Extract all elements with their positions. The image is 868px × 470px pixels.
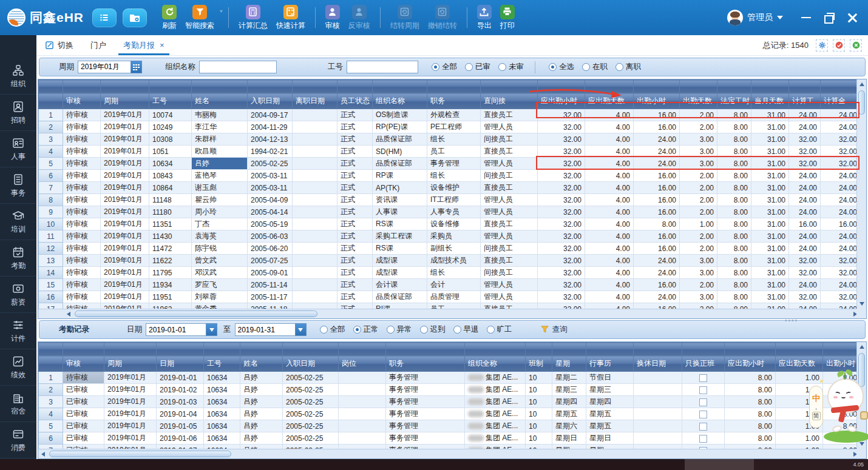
table-cell[interactable]: 3.00 bbox=[680, 158, 717, 170]
table-cell[interactable]: 32.00 bbox=[538, 158, 585, 170]
table-cell[interactable]: 4.00 bbox=[585, 218, 634, 230]
table-cell[interactable]: 4.00 bbox=[585, 170, 634, 182]
table-cell[interactable]: 2019年01月 bbox=[101, 303, 149, 309]
table-cell[interactable]: 2.00 bbox=[680, 230, 717, 243]
table-cell[interactable]: 12 bbox=[39, 243, 63, 255]
table-cell[interactable] bbox=[293, 206, 337, 218]
radio-正常[interactable]: 正常 bbox=[353, 324, 379, 335]
table-cell[interactable]: 已审核 bbox=[63, 396, 104, 408]
table-cell[interactable]: 7 bbox=[39, 445, 63, 449]
table-cell[interactable]: 16.00 bbox=[634, 194, 680, 206]
calendar-picker-button[interactable] bbox=[131, 61, 142, 73]
table-cell[interactable]: 2005-11-18 bbox=[248, 303, 293, 309]
table-cell[interactable]: 正式 bbox=[337, 255, 373, 267]
table-cell[interactable]: 品质保证部 bbox=[373, 158, 427, 170]
table-cell[interactable]: 正式 bbox=[337, 194, 373, 206]
table-cell[interactable]: 8.00 bbox=[717, 267, 751, 279]
table-cell[interactable]: 组长 bbox=[427, 170, 481, 182]
table-cell[interactable]: 32.00 bbox=[821, 158, 861, 170]
table-cell[interactable]: 24.00 bbox=[634, 133, 680, 146]
table-cell[interactable] bbox=[634, 408, 682, 420]
table-cell[interactable]: 4.00 bbox=[585, 279, 634, 291]
table-cell[interactable]: 10308 bbox=[149, 133, 192, 146]
table-cell[interactable]: 2019年01月 bbox=[104, 420, 157, 432]
table-cell[interactable]: 星期六 bbox=[552, 420, 586, 432]
radio-离职[interactable]: 离职 bbox=[615, 62, 641, 72]
sidebar-item-performance[interactable]: 绩效 bbox=[0, 349, 36, 386]
table-cell[interactable]: 员工 bbox=[427, 146, 481, 158]
table-cell[interactable]: 24.00 bbox=[821, 243, 861, 255]
sidebar-item-piecework[interactable]: 计件 bbox=[0, 313, 36, 349]
table-cell[interactable] bbox=[293, 170, 337, 182]
column-header[interactable]: 行事历 bbox=[586, 356, 634, 372]
table-row[interactable]: 2已审核2019年01月2019-01-0210634吕婷2005-02-25事… bbox=[39, 384, 861, 396]
table-cell[interactable]: 4.00 bbox=[585, 133, 634, 146]
table-cell[interactable]: 2019年01月 bbox=[104, 445, 157, 449]
sidebar-item-org[interactable]: 组织 bbox=[0, 58, 36, 95]
table-cell[interactable]: 2019年01月 bbox=[101, 170, 149, 182]
period-input[interactable] bbox=[78, 61, 131, 73]
table-cell[interactable]: 32.00 bbox=[538, 194, 585, 206]
table-cell[interactable]: 1994-02-21 bbox=[248, 146, 293, 158]
table-cell[interactable]: 24.00 bbox=[789, 182, 821, 194]
table-cell[interactable] bbox=[293, 279, 337, 291]
table-cell[interactable]: 32.00 bbox=[789, 133, 821, 146]
table-cell[interactable]: 31.00 bbox=[751, 121, 789, 133]
reject-button[interactable] bbox=[833, 39, 845, 52]
table-cell[interactable]: 直接员工 bbox=[481, 218, 538, 230]
table-cell[interactable]: 待审核 bbox=[63, 218, 101, 230]
radio-在职[interactable]: 在职 bbox=[582, 62, 608, 72]
table-cell[interactable]: 32.00 bbox=[789, 267, 821, 279]
table-cell[interactable]: 3 bbox=[39, 133, 63, 146]
table-cell[interactable]: 8.00 bbox=[823, 396, 861, 408]
table-cell[interactable]: 待审核 bbox=[63, 146, 101, 158]
table-cell[interactable]: 2004-12-13 bbox=[248, 133, 293, 146]
table-cell[interactable]: 8.00 bbox=[717, 146, 751, 158]
table-cell[interactable]: 瞿云帅 bbox=[192, 194, 248, 206]
column-header[interactable]: 姓名 bbox=[240, 356, 283, 372]
table-cell[interactable]: 2019年01月 bbox=[101, 133, 149, 146]
table-cell[interactable]: 1.00 bbox=[776, 396, 823, 408]
table-cell[interactable]: 2019年01月 bbox=[101, 109, 149, 121]
table-cell[interactable] bbox=[293, 146, 337, 158]
table-cell[interactable]: 2.00 bbox=[680, 182, 717, 194]
table-cell[interactable]: 2019-01-04 bbox=[157, 408, 204, 420]
radio-全选[interactable]: 全选 bbox=[549, 62, 574, 72]
column-header[interactable]: 星期 bbox=[552, 356, 586, 372]
smart-search-button[interactable]: 智能搜索 bbox=[181, 2, 219, 33]
table-cell[interactable]: 3.00 bbox=[680, 255, 717, 267]
table-cell[interactable]: 1.00 bbox=[776, 372, 823, 384]
table-cell[interactable]: 待审核 bbox=[63, 206, 101, 218]
table-cell[interactable]: 24.00 bbox=[821, 182, 861, 194]
table-cell[interactable]: 1.00 bbox=[680, 218, 717, 230]
table-cell[interactable]: 事务管理 bbox=[386, 420, 465, 432]
table-cell[interactable]: 正式 bbox=[337, 243, 373, 255]
sidebar-item-hr[interactable]: 人事 bbox=[0, 131, 36, 167]
table-cell[interactable]: 待审核 bbox=[63, 267, 101, 279]
table-row[interactable]: 3已审核2019年01月2019-01-0310634吕婷2005-02-25事… bbox=[39, 396, 861, 408]
table-cell[interactable]: 4.00 bbox=[585, 291, 634, 303]
table-cell[interactable]: 2 bbox=[39, 121, 63, 133]
table-cell[interactable]: 8.00 bbox=[634, 218, 680, 230]
column-header[interactable]: 工号 bbox=[149, 93, 192, 109]
table-cell[interactable]: 2004-11-29 bbox=[248, 121, 293, 133]
table-cell[interactable]: 32.00 bbox=[538, 291, 585, 303]
table-cell[interactable]: 2.00 bbox=[680, 121, 717, 133]
table-cell[interactable]: 10864 bbox=[149, 182, 192, 194]
column-header[interactable] bbox=[39, 93, 63, 109]
table-cell[interactable] bbox=[339, 445, 386, 449]
table-cell[interactable]: 6 bbox=[39, 170, 63, 182]
table-cell[interactable]: 2019-01-01 bbox=[157, 372, 204, 384]
table-cell[interactable]: 袁海英 bbox=[192, 230, 248, 243]
column-header[interactable]: 应出勤天数 bbox=[585, 93, 634, 109]
table-cell[interactable]: 9 bbox=[39, 206, 63, 218]
table-cell[interactable]: 8.00 bbox=[717, 291, 751, 303]
tab-3[interactable]: 考勤月报× bbox=[115, 35, 173, 55]
table-cell[interactable]: 8.00 bbox=[717, 206, 751, 218]
table-cell[interactable]: 32.00 bbox=[538, 255, 585, 267]
table-cell[interactable]: 正式 bbox=[337, 230, 373, 243]
table-cell[interactable]: 已审核 bbox=[63, 384, 104, 396]
table-cell[interactable]: 8.00 bbox=[717, 303, 751, 309]
checkbox[interactable] bbox=[699, 386, 707, 394]
table-cell[interactable]: 32.00 bbox=[538, 218, 585, 230]
